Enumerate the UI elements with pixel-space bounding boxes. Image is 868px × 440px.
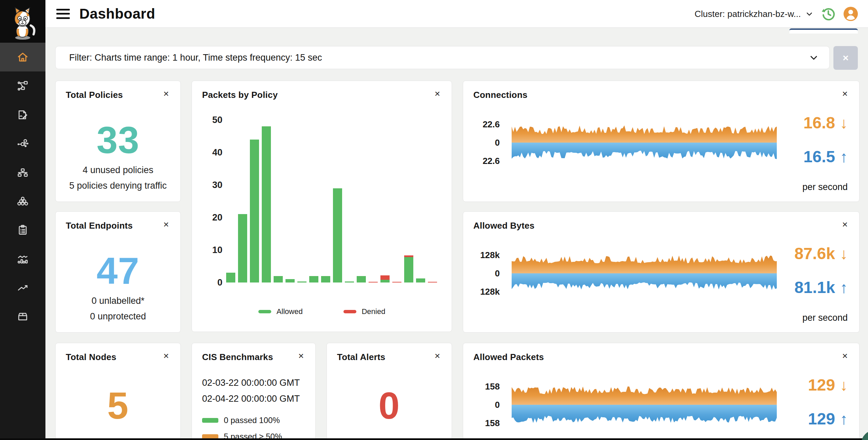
rate-value: 16.5	[804, 147, 835, 166]
packets-by-policy-card: Packets by Policy × 50403020100 Allowed …	[192, 81, 452, 332]
policy-bar	[369, 282, 378, 282]
total-endpoints-sublines: 0 unlabelled* 0 unprotected	[56, 293, 180, 324]
allowed-swatch	[258, 310, 271, 313]
subline: 5 policies denying traffic	[56, 178, 180, 193]
axis-label-bottom: 22.6	[469, 155, 500, 166]
total-policies-value: 33	[56, 118, 180, 162]
policy-bar	[345, 281, 354, 282]
subline: 0 unprotected	[56, 309, 180, 324]
connections-down-rate: 16.8 ↓	[804, 113, 848, 132]
history-button[interactable]	[821, 6, 836, 22]
sidebar-item-policy-edit[interactable]	[0, 100, 45, 129]
card-title: CIS Benchmarks	[202, 352, 273, 362]
close-icon[interactable]: ×	[431, 350, 443, 362]
hidden-panel-edge	[789, 28, 858, 34]
close-icon[interactable]: ×	[839, 218, 851, 231]
axis-label-top: 128k	[469, 250, 500, 260]
total-alerts-card: Total Alerts × 0	[327, 343, 452, 440]
policy-edit-icon	[16, 108, 29, 121]
sidebar-nav	[0, 43, 45, 331]
clear-filter-button[interactable]: ×	[833, 46, 858, 70]
connections-chart	[512, 122, 777, 163]
policy-bar	[333, 188, 342, 282]
card-title: Total Policies	[66, 90, 123, 100]
policy-bar	[226, 273, 235, 282]
total-alerts-value: 0	[327, 384, 452, 427]
allowed-packets-card: Allowed Packets × 158 0 158 129 ↓ 129 ↑	[463, 343, 860, 440]
policy-bar	[309, 276, 318, 282]
policy-bar	[285, 279, 295, 282]
policy-bar	[250, 140, 259, 282]
filter-summary-text: Filter: Charts time range: 1 hour, Time …	[69, 53, 322, 63]
subline: 4 unused policies	[56, 162, 180, 178]
close-icon[interactable]: ×	[295, 350, 307, 362]
total-endpoints-value: 47	[56, 249, 180, 293]
top-bar-right: Cluster: patrickzhan-bz-w...	[694, 0, 859, 28]
timeline-icon	[16, 281, 29, 294]
home-icon	[16, 51, 29, 64]
rate-value: 129	[808, 410, 835, 428]
chat-widget-bubble[interactable]	[861, 430, 868, 440]
sidebar-item-home[interactable]	[0, 43, 45, 71]
rate-value: 81.1k	[794, 278, 835, 297]
dashboard-page: Dashboard Cluster: patrickzhan-bz-w...	[0, 0, 868, 440]
allowed-bytes-down-rate: 87.6k ↓	[794, 244, 848, 263]
allowed-bytes-up-rate: 81.1k ↑	[794, 278, 848, 297]
allowed-bytes-chart	[512, 253, 777, 294]
sidebar-item-statistics[interactable]	[0, 244, 45, 273]
filter-dropdown[interactable]: Filter: Charts time range: 1 hour, Time …	[55, 46, 830, 69]
axis-label-top: 158	[469, 381, 500, 392]
cis-legend: 0 passed 100% 5 passed ≥ 50%	[202, 416, 282, 440]
close-icon[interactable]: ×	[839, 350, 851, 362]
connections-up-rate: 16.5 ↑	[804, 147, 848, 166]
sidebar-item-endpoints-tree[interactable]	[0, 158, 45, 187]
calico-cat-logo-image	[4, 3, 41, 42]
axis-label-top: 22.6	[469, 119, 500, 130]
legend-item: Denied	[343, 307, 386, 316]
axis-label-zero: 0	[469, 137, 500, 148]
close-icon[interactable]: ×	[839, 88, 851, 100]
policy-bar	[404, 255, 413, 282]
user-avatar[interactable]	[843, 6, 859, 22]
menu-icon[interactable]	[56, 9, 70, 19]
policy-bar	[238, 214, 247, 282]
legend-item: Allowed	[258, 307, 303, 316]
sidebar-item-compliance[interactable]	[0, 215, 45, 244]
close-icon[interactable]: ×	[160, 88, 172, 100]
arrow-up-icon: ↑	[840, 278, 848, 297]
packets-legend: Allowed Denied	[192, 307, 452, 316]
policy-bar	[428, 282, 437, 282]
legend-label: Denied	[362, 307, 386, 316]
allowed-bytes-card: Allowed Bytes × 128k 0 128k 87.6k ↓ 81.1…	[463, 211, 860, 333]
sidebar-item-network-tiers[interactable]	[0, 71, 45, 100]
sidebar-item-timeline[interactable]	[0, 273, 45, 302]
passed-100-swatch	[202, 418, 218, 423]
sidebar-item-network-sets[interactable]	[0, 187, 45, 215]
policy-bar	[274, 276, 283, 282]
network-tiers-icon	[16, 80, 29, 92]
cluster-label: Cluster: patrickzhan-bz-w...	[694, 9, 801, 19]
arrow-up-icon: ↑	[840, 148, 848, 166]
policy-bar	[262, 126, 271, 282]
legend-label: 0 passed 100%	[224, 416, 280, 425]
sidebar-item-storage[interactable]	[0, 302, 45, 331]
storage-icon	[16, 310, 29, 323]
rate-unit: per second	[802, 182, 848, 192]
arrow-down-icon: ↓	[840, 114, 848, 132]
allowed-packets-up-rate: 129 ↑	[808, 410, 848, 428]
total-policies-sublines: 4 unused policies 5 policies denying tra…	[56, 162, 180, 193]
packets-y-axis: 50403020100	[199, 114, 222, 310]
axis-label-bottom: 128k	[469, 286, 500, 297]
close-icon[interactable]: ×	[160, 350, 172, 362]
close-icon[interactable]: ×	[431, 88, 443, 100]
close-icon[interactable]: ×	[160, 218, 172, 231]
card-title: Connections	[473, 90, 528, 100]
cluster-selector[interactable]: Cluster: patrickzhan-bz-w...	[694, 9, 814, 19]
policy-bar	[392, 282, 401, 282]
arrow-up-icon: ↑	[840, 410, 848, 428]
chevron-down-icon	[805, 9, 814, 18]
rate-value: 129	[808, 376, 835, 394]
sidebar-item-service-graph[interactable]	[0, 129, 45, 158]
rate-unit: per second	[802, 313, 848, 323]
policy-bar	[297, 281, 307, 282]
